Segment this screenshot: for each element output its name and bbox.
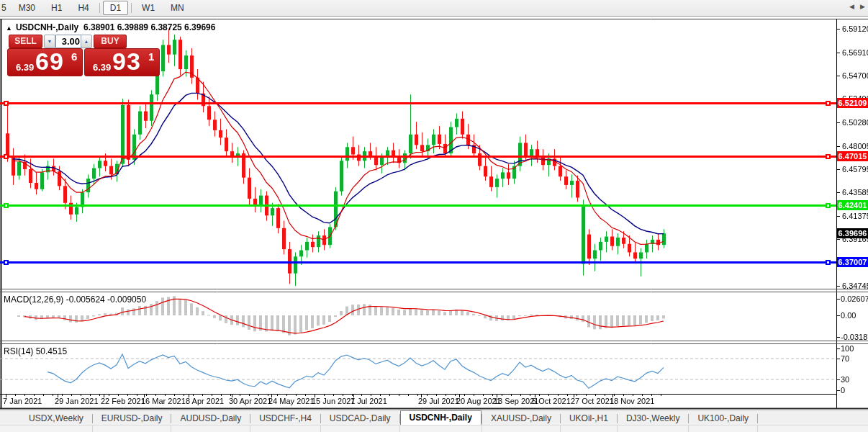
current-price-marker: 6.39696 <box>837 228 868 238</box>
date-axis-label: 29 Jan 2021 <box>55 397 99 405</box>
timeframe-button-w1[interactable]: W1 <box>135 1 162 15</box>
chart-tab-uk100-daily[interactable]: UK100-,Daily <box>689 412 757 426</box>
status-strip-divider <box>320 426 321 432</box>
price-axis-tick: 6.43585 <box>842 188 868 197</box>
buy-button[interactable]: BUY <box>94 35 127 48</box>
date-axis-label: 8 Apr 2021 <box>186 397 224 405</box>
price-axis-tick: 6.54700 <box>842 71 868 80</box>
date-axis-label: 24 May 2021 <box>268 397 315 405</box>
sell-price-prefix: 6.39 <box>16 62 34 73</box>
price-axis-tick: 6.50280 <box>842 118 868 127</box>
date-axis-label: 22 Feb 2021 <box>101 397 145 405</box>
symbol-title: USDCNH-,Daily <box>16 22 78 32</box>
date-axis-label: 18 Nov 2021 <box>610 397 654 405</box>
status-strip <box>0 425 868 432</box>
date-axis-label: 7 Jul 2021 <box>351 397 387 405</box>
price-axis-tick: 6.59120 <box>842 24 868 33</box>
chart-tab-eurusd-daily[interactable]: EURUSD-,Daily <box>93 412 171 426</box>
sell-price-big: 69 <box>35 48 64 76</box>
rsi-label: RSI(14) 50.4515 <box>4 346 67 356</box>
timeframe-button-h1[interactable]: H1 <box>44 1 69 15</box>
toolbar-separator <box>99 3 100 13</box>
volume-increase-button[interactable]: ▲ <box>81 35 92 48</box>
volume-input[interactable]: 3.00 <box>55 35 83 48</box>
date-axis-label: 7 Jan 2021 <box>3 397 42 405</box>
rsi-axis-tick: 30 <box>841 375 849 384</box>
price-axis-tick: 6.45795 <box>842 165 868 174</box>
date-axis-label: 29 Jul 2021 <box>418 397 459 405</box>
price-axis-tick: 6.34745 <box>842 282 868 290</box>
chart-tab-usdcad-daily[interactable]: USDCAD-,Daily <box>321 412 399 426</box>
status-strip-divider <box>92 426 93 432</box>
macd-axis-tick: -0.03187 <box>841 333 868 341</box>
macd-axis-tick: 0.00 <box>841 311 856 320</box>
chart-tab-ukoil-h1[interactable]: UKOil-,H1 <box>561 412 617 426</box>
date-axis-label: 15 Jun 2021 <box>312 397 356 405</box>
hline-price-marker: 6.42401 <box>837 200 868 210</box>
status-strip-divider <box>560 426 561 432</box>
status-strip-divider <box>482 426 482 432</box>
toolbar-separator <box>131 3 132 13</box>
chart-tab-dj30-weekly[interactable]: DJ30-,Weekly <box>618 412 688 426</box>
buy-price-pip: 1 <box>148 50 154 63</box>
status-strip-divider <box>171 426 171 432</box>
sell-button[interactable]: SELL <box>9 35 42 48</box>
tab-separator <box>757 414 758 423</box>
hline-price-marker: 6.47015 <box>837 151 868 161</box>
chart-tab-usdchf-h4[interactable]: USDCHF-,H4 <box>250 412 320 426</box>
tabs-scroll-right-icon[interactable]: ▶ <box>860 3 865 10</box>
rsi-axis-tick: 100 <box>841 344 854 353</box>
sell-price-pip: 6 <box>71 50 77 63</box>
chart-tab-bar: USDX,WeeklyEURUSD-,DailyAUDUSD-,DailyUSD… <box>0 410 868 426</box>
volume-decrease-button[interactable]: ▼ <box>44 35 55 48</box>
price-axis-tick: 6.41375 <box>842 212 868 220</box>
timeframe-button-h4[interactable]: H4 <box>71 1 96 15</box>
status-strip-divider <box>617 426 618 432</box>
collapse-arrow-icon[interactable]: ▲ <box>6 24 12 32</box>
rsi-axis-tick: 0 <box>841 386 845 395</box>
tabs-scroll-left-icon[interactable]: ◀ <box>849 3 854 10</box>
chart-tab-xauusd-daily[interactable]: XAUUSD-,Daily <box>482 412 560 426</box>
date-axis-label: 5 Oct 2021 <box>532 397 571 405</box>
buy-price-big: 93 <box>112 48 141 76</box>
timeframe-button-5[interactable]: 5 <box>1 1 10 15</box>
rsi-axis-tick: 70 <box>841 354 849 363</box>
sell-price-panel[interactable]: 6.39 69 6 <box>7 48 83 76</box>
ohlc-values: 6.38901 6.39889 6.38725 6.39696 <box>83 22 216 32</box>
price-axis-tick: 6.56910 <box>842 48 868 57</box>
hline-price-marker: 6.37007 <box>837 257 868 267</box>
chart-tab-usdx-weekly[interactable]: USDX,Weekly <box>20 412 92 426</box>
macd-axis-tick: 0.02607 <box>841 294 868 303</box>
timeframe-button-mn[interactable]: MN <box>163 1 191 15</box>
chart-title: ▲USDCNH-,Daily 6.38901 6.39889 6.38725 6… <box>6 22 215 32</box>
chart-tab-usdcnh-daily[interactable]: USDCNH-,Daily <box>400 410 482 426</box>
timeframe-button-d1[interactable]: D1 <box>103 1 128 15</box>
status-strip-divider <box>757 426 758 432</box>
status-strip-divider <box>250 426 250 432</box>
timeframe-button-m30[interactable]: M30 <box>12 1 42 15</box>
status-strip-divider <box>688 426 689 432</box>
date-axis-label: 16 Mar 2021 <box>141 397 186 405</box>
chart-tab-audusd-daily[interactable]: AUDUSD-,Daily <box>171 412 250 426</box>
status-strip-divider <box>399 426 400 432</box>
macd-label: MACD(12,26,9) -0.005624 -0.009050 <box>4 294 146 305</box>
price-axis-tick: 6.48005 <box>842 142 868 150</box>
buy-price-prefix: 6.39 <box>93 62 111 73</box>
date-axis-label: 27 Oct 2021 <box>571 397 614 405</box>
buy-price-panel[interactable]: 6.39 93 1 <box>84 48 160 76</box>
hline-price-marker: 6.52109 <box>837 98 868 108</box>
timeframe-toolbar: 5M30H1H4D1W1MN <box>0 0 868 17</box>
trading-terminal: { "toolbar": { "timeframes": ["5","M30",… <box>0 0 868 432</box>
date-axis-label: 30 Apr 2021 <box>229 397 271 405</box>
